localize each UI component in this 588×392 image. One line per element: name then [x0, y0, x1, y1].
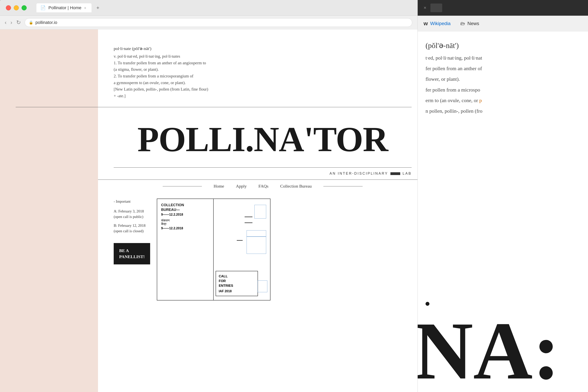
- panellist-cta-button[interactable]: BE A PANELLIST!: [114, 243, 150, 264]
- sp-def-highlight: p: [479, 98, 482, 103]
- call-entries-title: CALLFORENTRIES: [219, 274, 255, 288]
- main-content: pol·li·nate (pōl'ə-nāt') v. pol·li·nat·e…: [98, 30, 427, 392]
- sp-def-part5-text: erm to (an ovule, cone, or: [426, 98, 479, 103]
- panellist-cta-line1: BE A: [119, 248, 145, 254]
- etymology-2: + -ate.]: [114, 93, 412, 99]
- tab-close-icon[interactable]: ×: [84, 6, 88, 10]
- sp-big-letters: NA:: [418, 310, 560, 392]
- nav-faqs-link[interactable]: FAQs: [258, 184, 268, 189]
- date-b-label: B: February 12, 2018: [114, 223, 147, 228]
- fp-collection-title: COLLECTIONBUREAU—: [161, 203, 209, 212]
- definition-area: pol·li·nate (pōl'ə-nāt') v. pol·li·nat·e…: [98, 30, 427, 107]
- sp-def-part4: fer pollen from a microspo: [426, 86, 580, 94]
- date-b: B: February 12, 2018 (open call is close…: [114, 223, 147, 234]
- new-tab-button[interactable]: +: [94, 4, 101, 11]
- sp-def-part3: flower, or plant).: [426, 75, 580, 84]
- fp-hindi-title: संकलनकेंद्र: [161, 219, 209, 226]
- sp-def-part1: t·ed, pol·li·nat·ing, pol·li·nat: [426, 54, 580, 62]
- panellist-cta-line2: PANELLIST!: [119, 254, 145, 260]
- meaning-1b: (a stigma, flower, or plant).: [114, 66, 412, 73]
- subtitle-text: AN INTER-DISCIPLINARY: [330, 172, 388, 176]
- fp-date: 9——12.2.2018: [161, 213, 209, 216]
- meaning-2: 2. To transfer pollen from a microsporan…: [114, 73, 412, 80]
- sp-w-icon: w: [424, 20, 428, 27]
- word-pronunciation: pol·li·nate (pōl'ə-nāt'): [114, 45, 412, 52]
- maximize-window-button[interactable]: [22, 5, 27, 10]
- fp-hindi-date: 9——12.2.2018: [161, 226, 209, 230]
- call-entries-box: CALLFORENTRIES IAF 2018: [216, 271, 258, 296]
- close-window-button[interactable]: [6, 5, 11, 10]
- sp-def-part2: fer pollen from an anther of: [426, 64, 580, 73]
- fp-right-section: CALLFORENTRIES IAF 2018: [214, 199, 270, 300]
- subtitle-rect-decoration: [390, 172, 400, 175]
- sp-nav-news[interactable]: 🗁 News: [460, 21, 479, 26]
- sp-def-part5: erm to (an ovule, cone, or p: [426, 96, 580, 105]
- meaning-2b: a gymnosperm to (an ovule, cone, or plan…: [114, 80, 412, 86]
- reload-button[interactable]: ↻: [16, 19, 21, 26]
- meaning-1: 1. To transfer pollen from an anther of …: [114, 60, 412, 66]
- browser-window: 📄 Pollinator | Home × + ‹ › ↻ 🔒 pollinat…: [0, 0, 427, 392]
- url-text: pollinator.io: [36, 20, 57, 25]
- site-navigation: Home Apply FAQs Collection Bureau: [98, 180, 427, 193]
- sp-big-letters-text: NA: [418, 310, 533, 392]
- date-a-note: (open call is public): [114, 214, 147, 220]
- date-a-label: A: February 3, 2018: [114, 208, 147, 214]
- sp-toolbar: ×: [418, 0, 588, 16]
- lock-icon: 🔒: [29, 20, 33, 25]
- fp-dash-1: [244, 216, 252, 217]
- fp-left-section: COLLECTIONBUREAU— 9——12.2.2018 संकलनकेंद…: [157, 199, 214, 300]
- nav-home-link[interactable]: Home: [214, 184, 224, 189]
- browser-tab[interactable]: 📄 Pollinator | Home ×: [36, 3, 92, 12]
- traffic-lights: [6, 5, 27, 10]
- sp-news-label: News: [468, 21, 479, 26]
- word-forms: v. pol·li·nat·ed, pol·li·nat·ing, pol·li…: [114, 53, 412, 60]
- sp-bullet-decoration: [426, 302, 430, 306]
- second-browser-panel: × w Wikipedia 🗁 News (pŏl'ə-nāt') t·ed, …: [418, 0, 588, 392]
- sp-nav-w[interactable]: w Wikipedia: [424, 20, 450, 27]
- fp-blue-rect-1: [254, 205, 266, 218]
- floorplan-diagram: COLLECTIONBUREAU— 9——12.2.2018 संकलनकेंद…: [157, 198, 270, 300]
- website-content: pol·li·nate (pōl'ə-nāt') v. pol·li·nat·e…: [0, 30, 427, 392]
- subtitle-word: LAB: [402, 172, 412, 176]
- nav-apply-link[interactable]: Apply: [236, 184, 247, 189]
- sp-phonetic-text: (pŏl'ə-nāt'): [426, 41, 580, 50]
- sp-folder-icon: 🗁: [460, 21, 465, 26]
- call-entries-event: IAF 2018: [219, 290, 255, 293]
- sidebar-info: - Important A: February 3, 2018 (open ca…: [98, 198, 153, 300]
- floorplan-area: COLLECTIONBUREAU— 9——12.2.2018 संकलनकेंद…: [153, 198, 427, 300]
- date-a: A: February 3, 2018 (open call is public…: [114, 208, 147, 220]
- subtitle-area: AN INTER-DISCIPLINARY LAB: [98, 172, 427, 176]
- important-label: - Important: [114, 198, 147, 204]
- sp-wikipedia-label: Wikipedia: [430, 21, 450, 26]
- address-bar[interactable]: 🔒 pollinator.io: [25, 18, 412, 27]
- fp-dash-2: [244, 222, 252, 223]
- tab-title: Pollinator | Home: [48, 5, 81, 10]
- back-button[interactable]: ‹: [5, 20, 6, 26]
- fp-blue-rect-2: [246, 230, 266, 254]
- page-body: - Important A: February 3, 2018 (open ca…: [98, 193, 427, 306]
- tab-favicon-icon: 📄: [40, 5, 46, 10]
- fp-dash-3: [237, 240, 243, 241]
- date-b-note: (open call is closed): [114, 228, 147, 234]
- sp-content-area: (pŏl'ə-nāt') t·ed, pol·li·nat·ing, pol·l…: [418, 31, 588, 392]
- etymology: [New Latin pollen, pollin-, pollen (from…: [114, 86, 412, 93]
- fp-blue-rect-3: [258, 280, 267, 292]
- sp-def-part6: n pollen, pollin-, pollen (fro: [426, 107, 580, 116]
- minimize-window-button[interactable]: [14, 5, 19, 10]
- nav-collection-link[interactable]: Collection Bureau: [280, 184, 312, 189]
- forward-button[interactable]: ›: [10, 20, 12, 26]
- browser-toolbar: ‹ › ↻ 🔒 pollinator.io ☆: [0, 16, 427, 30]
- sp-close-button[interactable]: ×: [424, 5, 426, 11]
- left-decorative-panel: [0, 30, 98, 392]
- sp-minimize-button[interactable]: [430, 4, 442, 12]
- site-title: POLLI.NA'TOR: [98, 111, 427, 168]
- sp-navigation: w Wikipedia 🗁 News: [418, 16, 588, 31]
- browser-titlebar: 📄 Pollinator | Home × +: [0, 0, 427, 16]
